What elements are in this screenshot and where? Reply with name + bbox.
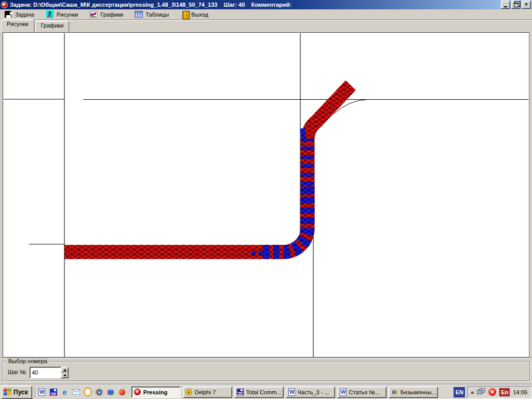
download-manager-icon[interactable]	[107, 388, 115, 396]
app-icon	[1, 2, 8, 8]
word-doc-icon: W	[340, 389, 347, 396]
quick-launch-bar: W e	[38, 388, 126, 396]
delphi-icon	[185, 389, 193, 396]
chart-icon	[89, 10, 98, 19]
red-app-icon[interactable]	[118, 388, 126, 396]
taskbar-button-totalcmd[interactable]: Total Comm...	[234, 387, 284, 398]
tray-clock: 14:06	[513, 389, 528, 395]
toolbar-item-grafiki[interactable]: Графики	[88, 10, 124, 19]
windows-logo-icon	[4, 388, 11, 396]
media-player-icon[interactable]	[95, 388, 103, 396]
pressing-icon	[134, 389, 141, 396]
security-alert-icon[interactable]: ✕	[488, 388, 496, 396]
spinner-down-button[interactable]	[61, 373, 69, 378]
minimize-icon	[504, 6, 507, 7]
taskbar: Пуск W e Pressing Delphi 7	[0, 384, 532, 399]
close-button[interactable]: ×	[522, 1, 531, 9]
mesh-grid	[64, 85, 351, 252]
toolbar-item-zadacha[interactable]: Задача	[3, 10, 35, 19]
toolbar-item-vyhod[interactable]: Выход	[179, 10, 209, 19]
floppy-disk-icon	[237, 389, 244, 396]
mesh-canvas	[3, 32, 529, 357]
table-icon	[135, 10, 143, 19]
window-title: Задача: D:\Общая\Саша_М\К диссертации\pr…	[10, 2, 501, 8]
step-spinner	[61, 367, 69, 378]
task-buttons: Pressing Delphi 7 Total Comm... W Часть_…	[131, 387, 438, 398]
restore-button[interactable]	[511, 1, 521, 9]
chevron-up-icon	[63, 369, 66, 371]
taskbar-button-bezymyannyj[interactable]: Безымянны...	[389, 387, 438, 398]
spinner-up-button[interactable]	[61, 367, 69, 373]
language-indicator[interactable]: EN	[454, 387, 465, 397]
main-toolbar: Задача Рисунки Графики	[0, 9, 532, 20]
toolbar-label: Рисунки	[57, 11, 78, 18]
taskbar-button-statya[interactable]: W Статья №...	[337, 387, 387, 398]
step-select-groupbox: Выбор номера Шаг №	[2, 361, 530, 381]
taskbar-divider	[35, 387, 35, 398]
toolbar-label: Графики	[100, 11, 123, 18]
step-number-input[interactable]	[30, 367, 63, 378]
ie-icon[interactable]: e	[61, 388, 69, 396]
taskbar-button-delphi[interactable]: Delphi 7	[183, 387, 232, 398]
word-icon[interactable]: W	[38, 388, 46, 396]
chevron-down-icon	[63, 375, 66, 377]
page-tabs: Рисунки Графики	[0, 21, 532, 32]
groupbox-title: Выбор номера	[7, 358, 49, 364]
minimize-button[interactable]	[501, 1, 510, 9]
tab-grafiki[interactable]: Графики	[35, 21, 70, 32]
start-button[interactable]: Пуск	[1, 385, 32, 399]
outlook-express-icon[interactable]	[72, 388, 81, 396]
system-tray: « ✕ En 14:06	[467, 386, 532, 398]
language-indicator-secondary[interactable]: En	[499, 388, 510, 396]
tray-chevron[interactable]: «	[471, 389, 474, 395]
floppy-icon	[4, 10, 12, 19]
clock-app-icon[interactable]	[84, 388, 92, 396]
toolbar-label: Таблицы	[145, 11, 169, 18]
restore-icon	[514, 3, 518, 7]
tab-risunki[interactable]: Рисунки	[1, 19, 34, 32]
word-doc-icon: W	[288, 389, 296, 396]
exit-door-icon	[180, 10, 189, 19]
start-label: Пуск	[14, 389, 28, 396]
toolbar-label: Выход	[191, 11, 208, 18]
taskbar-button-chast3[interactable]: W Часть_3 - ...	[286, 387, 335, 398]
paint-icon	[391, 389, 398, 396]
toolbar-item-tablicy[interactable]: Таблицы	[134, 10, 170, 19]
taskbar-button-pressing[interactable]: Pressing	[131, 387, 181, 398]
tab-label: Рисунки	[7, 21, 29, 27]
step-select-panel: Выбор номера Шаг №	[0, 357, 532, 383]
step-number-label: Шаг №	[8, 369, 26, 375]
network-icon[interactable]	[477, 388, 485, 396]
title-bar: Задача: D:\Общая\Саша_М\К диссертации\pr…	[0, 0, 532, 9]
tab-label: Графики	[41, 22, 64, 29]
toolbar-label: Задача	[15, 11, 34, 18]
total-commander-icon[interactable]	[49, 388, 58, 396]
toolbar-item-risunki[interactable]: Рисунки	[45, 10, 79, 19]
running-man-icon	[46, 10, 54, 19]
